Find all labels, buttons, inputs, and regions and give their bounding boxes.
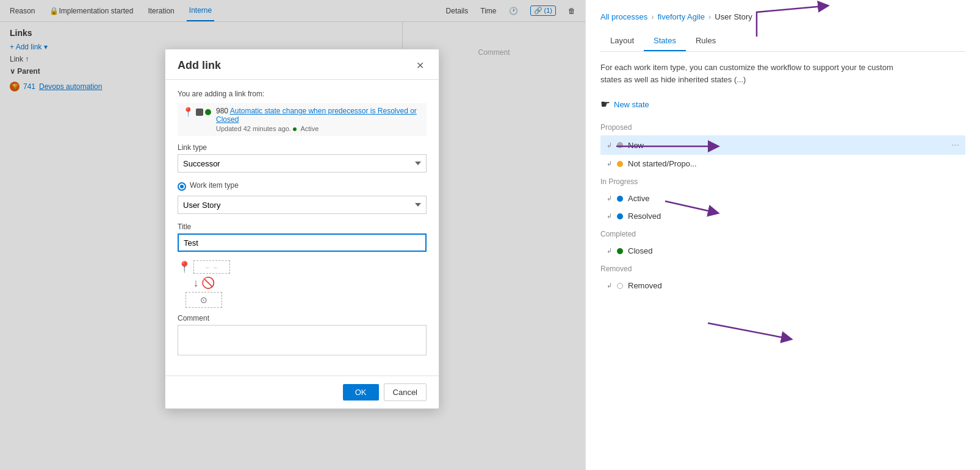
breadcrumb-fiveforty[interactable]: fiveforty Agile xyxy=(658,12,705,21)
state-inherit-icon-4: ↲ xyxy=(607,212,612,220)
cancel-button[interactable]: Cancel xyxy=(384,383,427,401)
link-type-label: Link type xyxy=(178,143,427,152)
work-item-type-select[interactable]: User Story Bug Task Feature Epic xyxy=(178,196,427,214)
from-label: You are adding a link from: xyxy=(178,90,427,98)
title-group: Title xyxy=(178,223,427,252)
diagram-radio-icon: ⊙ xyxy=(200,295,207,305)
status-dot xyxy=(293,127,297,131)
state-dot-removed xyxy=(617,283,623,289)
from-icons: 📍 xyxy=(182,107,211,118)
title-input[interactable] xyxy=(178,233,427,252)
add-link-dialog: Add link ✕ You are adding a link from: 📍… xyxy=(165,49,439,409)
states-list: Proposed ↲ New ··· ↲ Not started/Propo..… xyxy=(600,123,965,294)
dialog-header: Add link ✕ xyxy=(165,49,439,80)
state-dot-not-started xyxy=(617,161,623,167)
state-more-new[interactable]: ··· xyxy=(951,140,959,151)
new-state-button[interactable]: ☛ New state xyxy=(600,95,965,113)
state-inherit-icon: ↲ xyxy=(607,141,612,149)
comment-label: Comment xyxy=(178,314,427,322)
breadcrumb-sep-1: › xyxy=(651,12,654,21)
hand-cursor-icon: ☛ xyxy=(600,98,610,111)
diagram-predecessor-box: ← ← xyxy=(193,260,230,274)
panel-tabs: Layout States Rules xyxy=(600,31,965,52)
from-item-info: 980 Automatic state change when predeces… xyxy=(216,107,422,132)
left-panel: Reason 🔒 Implementation started Iteratio… xyxy=(0,0,586,470)
comment-textarea[interactable] xyxy=(178,325,427,355)
title-label: Title xyxy=(178,223,427,231)
dialog-body: You are adding a link from: 📍 980 Automa… xyxy=(165,80,439,376)
state-item-closed[interactable]: ↲ Closed xyxy=(600,242,965,260)
work-item-type-radio-row: Work item type xyxy=(178,181,427,192)
state-inherit-icon-6: ↲ xyxy=(607,282,612,290)
right-panel: All processes › fiveforty Agile › User S… xyxy=(586,0,980,470)
from-id: 980 xyxy=(216,107,228,115)
pin-icon: 📍 xyxy=(182,107,194,118)
breadcrumb-user-story: User Story xyxy=(715,12,752,21)
from-meta: Updated 42 minutes ago. Active xyxy=(216,125,422,132)
state-dot-active xyxy=(617,196,623,202)
state-dot-resolved xyxy=(617,213,623,219)
state-item-not-started[interactable]: ↲ Not started/Propo... xyxy=(600,155,965,173)
comment-group: Comment xyxy=(178,314,427,357)
from-title[interactable]: Automatic state change when predecessor … xyxy=(216,107,417,124)
state-inherit-icon-2: ↲ xyxy=(607,160,612,168)
diagram-no-icon: 🚫 xyxy=(201,276,215,290)
state-item-resolved[interactable]: ↲ Resolved xyxy=(600,207,965,225)
radio-dot xyxy=(178,182,186,191)
breadcrumb-all-processes[interactable]: All processes xyxy=(600,12,647,21)
state-item-removed[interactable]: ↲ Removed xyxy=(600,277,965,294)
work-item-type-label: Work item type xyxy=(190,181,239,190)
category-completed: Completed xyxy=(600,230,965,238)
tab-layout[interactable]: Layout xyxy=(600,31,644,51)
dialog-footer: OK Cancel xyxy=(165,376,439,408)
breadcrumb: All processes › fiveforty Agile › User S… xyxy=(600,12,965,21)
dialog-close-button[interactable]: ✕ xyxy=(414,60,427,71)
tab-states[interactable]: States xyxy=(644,31,686,51)
ok-button[interactable]: OK xyxy=(343,384,379,401)
active-dot-icon xyxy=(205,109,211,115)
radio-dot-inner xyxy=(180,185,184,188)
state-dot-closed xyxy=(617,248,623,254)
state-inherit-icon-3: ↲ xyxy=(607,194,612,202)
link-type-select[interactable]: Successor Predecessor Child Parent Relat… xyxy=(178,154,427,173)
dialog-title: Add link xyxy=(178,59,221,72)
work-item-type-group: Work item type User Story Bug Task Featu… xyxy=(178,181,427,214)
diagram-pin-icon: 📍 xyxy=(178,260,191,274)
category-in-progress: In Progress xyxy=(600,177,965,186)
state-inherit-icon-5: ↲ xyxy=(607,247,612,255)
category-removed: Removed xyxy=(600,265,965,273)
state-item-new[interactable]: ↲ New ··· xyxy=(600,135,965,155)
state-dot-new xyxy=(617,142,623,148)
diagram-area: 📍 ← ← ↓ 🚫 ⊙ xyxy=(178,260,427,308)
panel-description: For each work item type, you can customi… xyxy=(600,62,893,85)
category-proposed: Proposed xyxy=(600,123,965,132)
breadcrumb-sep-2: › xyxy=(708,12,711,21)
link-type-group: Link type Successor Predecessor Child Pa… xyxy=(178,143,427,173)
from-item: 📍 980 Automatic state change when predec… xyxy=(178,103,427,136)
pause-icon xyxy=(196,109,203,116)
tab-rules[interactable]: Rules xyxy=(686,31,726,51)
state-item-active[interactable]: ↲ Active xyxy=(600,190,965,207)
diagram-successor-box: ⊙ xyxy=(186,292,222,308)
diagram-down-arrow: ↓ xyxy=(193,277,199,290)
